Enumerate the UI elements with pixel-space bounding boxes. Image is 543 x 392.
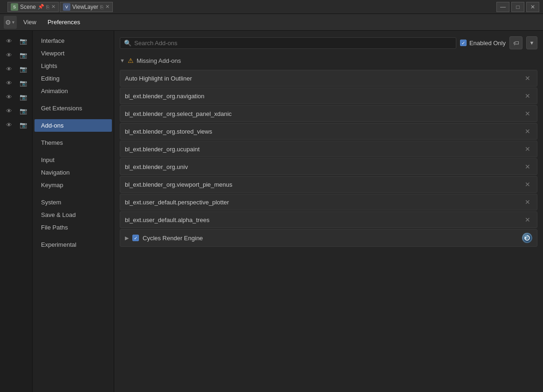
viewlayer-icon: V: [63, 3, 70, 11]
addon-name: bl_ext.user_default.perspective_plotter: [125, 199, 229, 206]
sidebar-item-viewport[interactable]: Viewport: [34, 47, 112, 60]
dropdown-button[interactable]: ▼: [526, 36, 537, 49]
addon-item-select-panel[interactable]: bl_ext.blender_org.select_panel_xdanic ✕: [120, 105, 537, 122]
search-box[interactable]: 🔍: [120, 37, 456, 49]
camera-icon-6[interactable]: 📷: [17, 104, 30, 117]
sidebar-item-keymap[interactable]: Keymap: [34, 179, 112, 191]
camera-icon-5[interactable]: 📷: [17, 90, 30, 103]
viewlayer-copy-icon[interactable]: ⎘: [100, 4, 103, 10]
icon-row-4: 👁 📷: [3, 76, 30, 89]
enabled-only-checkbox[interactable]: ✓: [460, 40, 467, 46]
addon-item-navigation[interactable]: bl_ext.blender_org.navigation ✕: [120, 88, 537, 104]
eye-icon-4[interactable]: 👁: [3, 76, 16, 89]
addon-remove-icon[interactable]: ✕: [523, 162, 532, 171]
scene-segment[interactable]: S Scene 📌 ⎘ ✕: [7, 2, 59, 12]
icon-row-5: 👁 📷: [3, 90, 30, 103]
addon-remove-icon[interactable]: ✕: [523, 109, 532, 118]
camera-icon-4[interactable]: 📷: [17, 76, 30, 89]
sidebar-item-navigation[interactable]: Navigation: [34, 166, 112, 179]
enabled-only-toggle[interactable]: ✓ Enabled Only: [460, 40, 506, 47]
camera-icon-3[interactable]: 📷: [17, 62, 30, 75]
icon-row-2: 👁 📷: [3, 48, 30, 61]
addon-name: Auto Highlight in Outliner: [125, 75, 192, 82]
addon-remove-icon[interactable]: ✕: [523, 197, 532, 207]
cycles-logo-icon: [522, 233, 532, 243]
eye-icon-5[interactable]: 👁: [3, 90, 16, 103]
eye-icon-7[interactable]: 👁: [3, 118, 16, 131]
addon-item-viewport-pie[interactable]: bl_ext.blender_org.viewport_pie_menus ✕: [120, 176, 537, 193]
eye-icon-6[interactable]: 👁: [3, 104, 16, 117]
scene-close-icon[interactable]: ✕: [51, 4, 55, 10]
titlebar-controls[interactable]: — □ ✕: [496, 2, 539, 12]
icon-row-6: 👁 📷: [3, 104, 30, 117]
eye-icon-3[interactable]: 👁: [3, 62, 16, 75]
sidebar-item-add-ons[interactable]: Add-ons: [34, 119, 112, 132]
addon-item-alpha-trees[interactable]: bl_ext.user_default.alpha_trees ✕: [120, 211, 537, 228]
maximize-button[interactable]: □: [511, 2, 524, 12]
viewlayer-close-icon[interactable]: ✕: [105, 4, 110, 10]
minimize-button[interactable]: —: [496, 2, 509, 12]
addon-name: bl_ext.blender_org.select_panel_xdanic: [125, 110, 232, 117]
settings-sidebar: Interface Viewport Lights Editing Animat…: [33, 31, 114, 392]
addon-item-stored-views[interactable]: bl_ext.blender_org.stored_views ✕: [120, 123, 537, 140]
cycles-left: ▶ ✓ Cycles Render Engine: [125, 235, 203, 242]
tag-filter-button[interactable]: 🏷: [509, 36, 522, 49]
menubar: ⚙ ▼ View Preferences: [0, 14, 543, 31]
sidebar-item-file-paths[interactable]: File Paths: [34, 221, 112, 234]
addon-item-auto-highlight[interactable]: Auto Highlight in Outliner ✕: [120, 70, 537, 87]
preferences-menu-item[interactable]: Preferences: [43, 17, 85, 27]
settings-menu-icon[interactable]: ⚙ ▼: [4, 16, 17, 29]
addon-item-perspective-plotter[interactable]: bl_ext.user_default.perspective_plotter …: [120, 194, 537, 210]
sidebar-item-save-load[interactable]: Save & Load: [34, 209, 112, 221]
sidebar-item-interface[interactable]: Interface: [34, 34, 112, 47]
copy-icon[interactable]: ⎘: [46, 4, 49, 10]
sidebar-item-lights[interactable]: Lights: [34, 60, 112, 72]
sidebar-group-2: Get Extensions: [33, 102, 114, 115]
section-chevron-icon: ▼: [120, 58, 125, 63]
enabled-only-label: Enabled Only: [469, 40, 506, 47]
close-button[interactable]: ✕: [526, 2, 539, 12]
camera-icon-2[interactable]: 📷: [17, 48, 30, 61]
addon-list: Auto Highlight in Outliner ✕ bl_ext.blen…: [120, 70, 537, 228]
sidebar-group-6: System Save & Load File Paths: [33, 196, 114, 234]
addon-remove-icon[interactable]: ✕: [523, 144, 532, 154]
addon-name: bl_ext.user_default.alpha_trees: [125, 216, 209, 223]
search-row: 🔍 ✓ Enabled Only 🏷 ▼: [120, 36, 537, 49]
sidebar-item-system[interactable]: System: [34, 196, 112, 209]
sidebar-item-input[interactable]: Input: [34, 154, 112, 166]
addon-item-ucupaint[interactable]: bl_ext.blender_org.ucupaint ✕: [120, 141, 537, 157]
missing-section-header[interactable]: ▼ ⚠ Missing Add-ons: [120, 55, 537, 66]
sidebar-item-experimental[interactable]: Experimental: [34, 238, 112, 251]
camera-icon-1[interactable]: 📷: [17, 34, 30, 47]
addon-remove-icon[interactable]: ✕: [523, 127, 532, 136]
cycles-section[interactable]: ▶ ✓ Cycles Render Engine: [120, 229, 537, 247]
view-menu-item[interactable]: View: [19, 17, 41, 27]
addon-remove-icon[interactable]: ✕: [523, 180, 532, 189]
addon-name: bl_ext.blender_org.univ: [125, 163, 188, 170]
viewlayer-segment[interactable]: V ViewLayer ⎘ ✕: [60, 2, 113, 12]
camera-icon-7[interactable]: 📷: [17, 118, 30, 131]
cycles-enabled-checkbox[interactable]: ✓: [132, 235, 139, 241]
icon-row-3: 👁 📷: [3, 62, 30, 75]
scene-icon: S: [11, 3, 18, 11]
sidebar-item-animation[interactable]: Animation: [34, 85, 112, 97]
addon-remove-icon[interactable]: ✕: [523, 215, 532, 224]
eye-icon-2[interactable]: 👁: [3, 48, 16, 61]
scene-label: Scene: [20, 4, 36, 10]
cycles-chevron-icon: ▶: [125, 235, 129, 241]
addon-remove-icon[interactable]: ✕: [523, 74, 532, 83]
sidebar-group-1: Interface Viewport Lights Editing Animat…: [33, 34, 114, 97]
sidebar-item-themes[interactable]: Themes: [34, 136, 112, 149]
eye-icon-1[interactable]: 👁: [3, 34, 16, 47]
icon-row-7: 👁 📷: [3, 118, 30, 131]
icon-row-1: 👁 📷: [3, 34, 30, 47]
addon-name: bl_ext.blender_org.viewport_pie_menus: [125, 181, 233, 188]
sidebar-item-editing[interactable]: Editing: [34, 72, 112, 85]
pin-icon[interactable]: 📌: [38, 4, 44, 10]
sidebar-item-get-extensions[interactable]: Get Extensions: [34, 102, 112, 115]
addon-item-univ[interactable]: bl_ext.blender_org.univ ✕: [120, 158, 537, 175]
missing-section-label: Missing Add-ons: [137, 57, 181, 64]
addon-remove-icon[interactable]: ✕: [523, 91, 532, 101]
warning-icon: ⚠: [128, 57, 134, 64]
search-input[interactable]: [134, 40, 452, 47]
